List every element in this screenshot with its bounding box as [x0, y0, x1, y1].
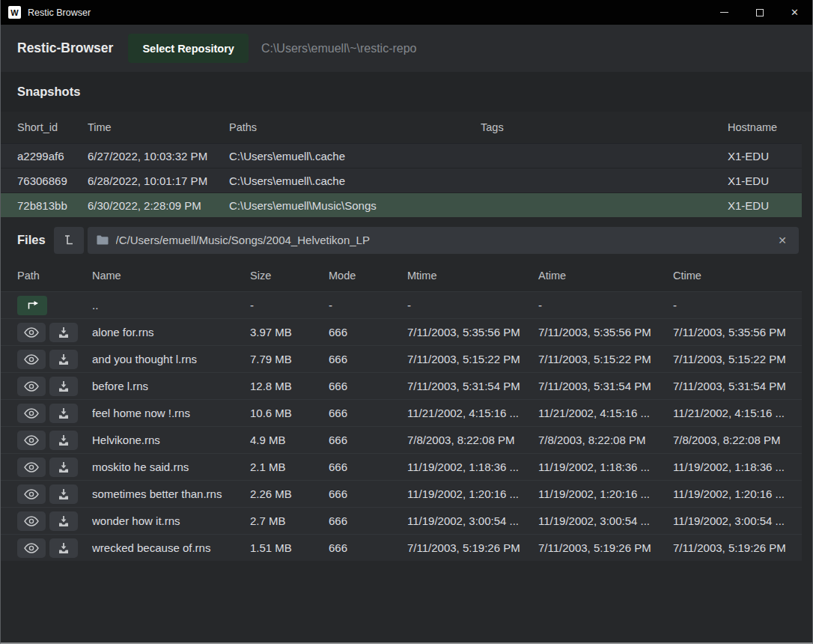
maximize-icon — [756, 9, 764, 16]
file-size: 7.79 MB — [250, 353, 329, 365]
file-name: moskito he said.rns — [92, 461, 250, 473]
file-mode: - — [329, 299, 407, 312]
download-icon — [58, 434, 70, 446]
snapshot-time: 6/30/2022, 2:28:09 PM — [88, 199, 229, 212]
file-row: before l.rns 12.8 MB 666 7/11/2003, 5:31… — [1, 372, 802, 399]
file-row: and you thought l.rns 7.79 MB 666 7/11/2… — [1, 345, 802, 372]
download-file-button[interactable] — [49, 538, 78, 558]
file-ctime: 7/11/2003, 5:35:56 PM — [673, 326, 802, 338]
file-atime: 11/19/2002, 1:18:36 ... — [538, 461, 673, 473]
folder-icon — [97, 235, 109, 245]
column-header-short-id: Short_id — [17, 121, 88, 133]
file-atime: 11/19/2002, 3:00:54 ... — [538, 514, 673, 527]
file-row: moskito he said.rns 2.1 MB 666 11/19/200… — [1, 453, 802, 480]
dump-snapshot-button[interactable] — [54, 227, 84, 254]
eye-icon — [24, 543, 39, 553]
download-icon — [58, 488, 70, 500]
files-bar: Files /C/Users/emuell/Music/Songs/2004_H… — [1, 225, 812, 255]
titlebar: W Restic Browser ✕ — [1, 0, 812, 25]
file-mtime: - — [407, 299, 538, 312]
file-size: 2.7 MB — [250, 514, 329, 527]
select-repository-button[interactable]: Select Repository — [128, 34, 249, 63]
file-row: sometimes better than.rns 2.26 MB 666 11… — [1, 480, 802, 507]
download-icon — [58, 407, 70, 419]
view-file-button[interactable] — [17, 511, 46, 531]
column-header-mtime: Mtime — [407, 270, 538, 282]
file-name: Helvikone.rns — [92, 434, 250, 446]
snapshot-short-id: 72b813bb — [17, 199, 88, 212]
dump-icon — [63, 234, 74, 246]
column-header-path: Path — [17, 270, 92, 282]
file-mtime: 7/11/2003, 5:35:56 PM — [407, 326, 538, 338]
minimize-button[interactable] — [707, 0, 742, 25]
file-size: 2.1 MB — [250, 461, 329, 473]
snapshots-heading-label: Snapshots — [17, 85, 80, 99]
view-file-button[interactable] — [17, 350, 46, 369]
files-path-input[interactable]: /C/Users/emuell/Music/Songs/2004_Helveti… — [88, 227, 799, 254]
view-file-button[interactable] — [17, 484, 46, 504]
download-file-button[interactable] — [49, 323, 78, 342]
column-header-paths: Paths — [229, 121, 481, 133]
column-header-atime: Atime — [538, 270, 673, 282]
file-size: 12.8 MB — [250, 380, 329, 392]
snapshots-table-header: Short_id Time Paths Tags Hostname — [1, 112, 802, 143]
file-mtime: 7/11/2003, 5:15:22 PM — [407, 353, 538, 365]
download-icon — [58, 515, 70, 527]
download-file-button[interactable] — [49, 484, 78, 504]
snapshot-row[interactable]: 76306869 6/28/2022, 10:01:17 PM C:\Users… — [1, 168, 802, 192]
snapshot-paths: C:\Users\emuell\.cache — [229, 174, 481, 187]
view-file-button[interactable] — [17, 458, 46, 477]
file-ctime: 11/21/2002, 4:15:16 ... — [673, 407, 802, 419]
download-file-button[interactable] — [49, 404, 78, 423]
eye-icon — [24, 381, 39, 392]
column-header-size: Size — [250, 270, 329, 282]
file-name: feel home now !.rns — [92, 407, 250, 419]
clear-path-button[interactable]: ✕ — [775, 233, 790, 248]
column-header-hostname: Hostname — [728, 121, 802, 133]
file-size: 1.51 MB — [250, 541, 329, 554]
file-mode: 666 — [329, 541, 407, 554]
snapshots-table: Short_id Time Paths Tags Hostname a2299a… — [1, 112, 802, 217]
file-ctime: 7/11/2003, 5:19:26 PM — [673, 541, 802, 554]
app-icon: W — [8, 6, 21, 19]
snapshot-row[interactable]: 72b813bb 6/30/2022, 2:28:09 PM C:\Users\… — [1, 192, 802, 217]
column-header-name: Name — [92, 270, 250, 282]
maximize-button[interactable] — [742, 0, 777, 25]
go-parent-button[interactable] — [17, 296, 47, 315]
close-button[interactable]: ✕ — [777, 0, 812, 25]
eye-icon — [24, 408, 39, 419]
download-icon — [58, 326, 70, 338]
view-file-button[interactable] — [17, 404, 46, 423]
view-file-button[interactable] — [17, 377, 46, 396]
file-mtime: 11/19/2002, 3:00:54 ... — [407, 514, 538, 527]
file-name: sometimes better than.rns — [92, 487, 250, 500]
eye-icon — [24, 354, 39, 365]
file-atime: 11/21/2002, 4:15:16 ... — [538, 407, 673, 419]
view-file-button[interactable] — [17, 538, 46, 558]
download-file-button[interactable] — [49, 511, 78, 531]
column-header-ctime: Ctime — [673, 270, 802, 282]
file-ctime: 11/19/2002, 1:20:16 ... — [673, 487, 802, 500]
file-ctime: 11/19/2002, 3:00:54 ... — [673, 514, 802, 527]
close-icon: ✕ — [791, 7, 799, 17]
column-header-time: Time — [88, 121, 229, 133]
file-row: feel home now !.rns 10.6 MB 666 11/21/20… — [1, 399, 802, 426]
download-file-button[interactable] — [49, 377, 78, 396]
app-window: W Restic Browser ✕ Restic-Browser Select… — [0, 0, 813, 644]
file-size: 10.6 MB — [250, 407, 329, 419]
window-title: Restic Browser — [28, 7, 91, 18]
download-icon — [58, 353, 70, 365]
download-file-button[interactable] — [49, 431, 78, 450]
snapshot-row[interactable]: a2299af6 6/27/2022, 10:03:32 PM C:\Users… — [1, 143, 802, 168]
app-title: Restic-Browser — [17, 40, 113, 56]
view-file-button[interactable] — [17, 323, 46, 342]
file-name: wrecked because of.rns — [92, 541, 250, 554]
file-size: 4.9 MB — [250, 434, 329, 446]
download-file-button[interactable] — [49, 350, 78, 369]
file-atime: 11/19/2002, 1:20:16 ... — [538, 487, 673, 500]
view-file-button[interactable] — [17, 431, 46, 450]
download-file-button[interactable] — [49, 458, 78, 477]
eye-icon — [24, 435, 39, 446]
snapshot-hostname: X1-EDU — [728, 199, 802, 212]
eye-icon — [24, 462, 39, 473]
